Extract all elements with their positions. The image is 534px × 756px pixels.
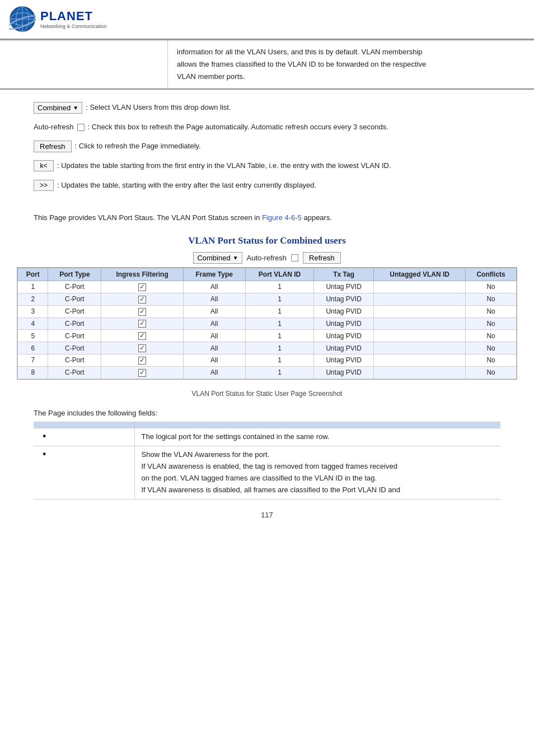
next-desc: : Updates the table, starting with the e… [57,178,316,194]
vlan-auto-refresh-checkbox[interactable] [291,254,298,262]
logo-text: PLANET Networking & Communication [40,9,107,29]
refresh-row: Refresh : Click to refresh the Page imme… [34,138,500,155]
top-info-line2: allows the frames classified to the VLAN… [177,58,525,71]
table-row: 3C-PortAll1Untag PVIDNo [18,305,517,318]
fields-col1-port: • [34,428,134,446]
kk-row: k< : Updates the table starting from the… [34,158,500,174]
ingress-filtering-checkbox [138,308,146,316]
table-row: 8C-PortAll1Untag PVIDNo [18,366,517,379]
th-frame-type: Frame Type [183,268,245,281]
vlan-awareness-line3: on the port. VLAN tagged frames are clas… [142,473,494,484]
th-ingress-filtering: Ingress Filtering [101,268,184,281]
vlan-combined-dropdown[interactable]: Combined ▼ [193,252,242,264]
vlan-table: Port Port Type Ingress Filtering Frame T… [17,268,517,379]
th-port-type: Port Type [48,268,101,281]
top-info-left [0,40,168,88]
combined-dropdown[interactable]: Combined ▼ [34,102,82,114]
vlan-dropdown-label: Combined [197,254,230,262]
dropdown-arrow-icon: ▼ [73,105,78,111]
logo-sub-text: Networking & Communication [40,24,107,29]
first-entry-button[interactable]: k< [34,160,54,171]
vlan-awareness-line4: If VLAN awareness is disabled, all frame… [142,484,494,496]
ingress-filtering-checkbox [138,332,146,340]
ingress-filtering-checkbox [138,344,146,352]
page-number: 117 [0,502,534,528]
top-info-block: information for all the VLAN Users, and … [0,39,534,90]
th-conflicts: Conflicts [466,268,517,281]
ingress-filtering-checkbox [138,357,146,365]
vlan-dropdown-arrow-icon: ▼ [233,255,238,261]
table-row: 6C-PortAll1Untag PVIDNo [18,342,517,354]
dropdown-row: Combined ▼ : Select VLAN Users from this… [34,100,500,116]
vlan-controls-bar: Combined ▼ Auto-refresh Refresh [17,252,517,264]
fields-col2-port: The logical port for the settings contai… [134,428,500,446]
figure-link[interactable]: Figure 4-6-5 [262,213,302,222]
top-info-right: information for all the VLAN Users, and … [168,40,534,88]
ingress-filtering-checkbox [138,369,146,377]
vlan-table-wrapper: Port Port Type Ingress Filtering Frame T… [17,267,517,380]
logo-planet-text: PLANET [40,9,107,24]
th-port: Port [18,268,48,281]
middle-text-block: This Page provides VLAN Port Staus. The … [0,207,534,230]
fields-table: • The logical port for the settings cont… [34,422,500,500]
auto-refresh-label: Auto-refresh [34,119,74,136]
kk-desc: : Updates the table starting from the fi… [57,158,391,174]
top-info-line3: VLAN member ports. [177,71,525,83]
next-row: >> : Updates the table, starting with th… [34,178,500,194]
vlan-refresh-button[interactable]: Refresh [303,252,341,264]
auto-refresh-row: Auto-refresh : Check this box to refresh… [34,119,500,136]
auto-refresh-desc: : Check this box to refresh the Page aut… [88,119,388,136]
refresh-desc: : Click to refresh the Page immediately. [75,138,201,155]
table-row: 7C-PortAll1Untag PVIDNo [18,354,517,367]
vlan-title: VLAN Port Status for Combined users [17,235,517,246]
refresh-button[interactable]: Refresh [34,141,72,152]
table-caption: VLAN Port Status for Static User Page Sc… [0,390,534,398]
next-btn-label: >> [40,181,48,189]
fields-col1-vlan: • [34,446,134,499]
top-info-line1: information for all the VLAN Users, and … [177,46,525,58]
logo-globe-icon [9,6,36,32]
ingress-filtering-checkbox [138,283,146,291]
header: PLANET Networking & Communication [0,0,534,39]
auto-refresh-checkbox[interactable] [77,124,85,131]
fields-label: The Page includes the following fields: [34,409,500,417]
middle-text-before-link: This Page provides VLAN Port Staus. The … [34,213,262,222]
dropdown-desc: : Select VLAN Users from this drop down … [86,100,231,116]
fields-header-col2 [134,422,500,428]
logo-area: PLANET Networking & Communication [9,6,107,32]
fields-col2-vlan: Show the VLAN Awareness for the port. If… [134,446,500,499]
next-entry-button[interactable]: >> [34,180,54,191]
vlan-section: VLAN Port Status for Combined users Comb… [0,230,534,385]
table-row: 1C-PortAll1Untag PVIDNo [18,281,517,293]
middle-text-after-link: appears. [302,213,332,222]
bullet-icon: • [43,431,46,442]
fields-header-col1 [34,422,134,428]
ingress-filtering-checkbox [138,320,146,328]
th-untagged-vlan-id: Untagged VLAN ID [374,268,466,281]
th-tx-tag: Tx Tag [314,268,374,281]
vlan-awareness-line2: If VLAN awareness is enabled, the tag is… [142,461,494,473]
fields-header-row [34,422,500,428]
table-row: 2C-PortAll1Untag PVIDNo [18,293,517,305]
fields-row-vlan-awareness: • Show the VLAN Awareness for the port. … [34,446,500,499]
bullet-icon-2: • [43,449,46,460]
dropdown-label: Combined [38,104,71,112]
kk-btn-label: k< [40,162,47,170]
ingress-filtering-checkbox [138,296,146,304]
table-header-row: Port Port Type Ingress Filtering Frame T… [18,268,517,281]
vlan-auto-refresh-label: Auto-refresh [247,254,287,262]
th-port-vlan-id: Port VLAN ID [245,268,314,281]
fields-section: The Page includes the following fields: … [0,407,534,502]
controls-section: Combined ▼ : Select VLAN Users from this… [0,90,534,207]
table-row: 4C-PortAll1Untag PVIDNo [18,318,517,330]
table-row: 5C-PortAll1Untag PVIDNo [18,330,517,342]
vlan-awareness-line1: Show the VLAN Awareness for the port. [142,449,494,461]
fields-row-port: • The logical port for the settings cont… [34,428,500,446]
